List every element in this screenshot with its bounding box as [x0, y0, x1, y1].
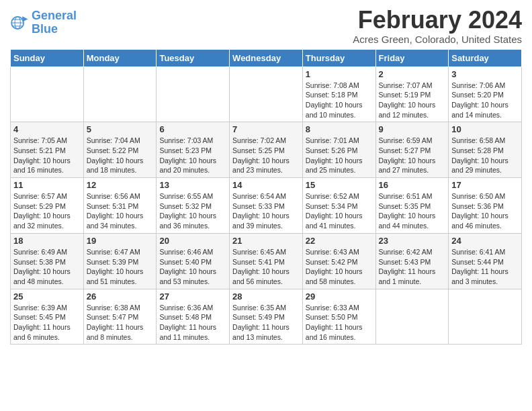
day-number: 7 [232, 124, 300, 134]
day-number: 28 [232, 291, 300, 302]
day-cell: 3Sunrise: 7:06 AMSunset: 5:20 PMDaylight… [449, 66, 522, 122]
day-info: Sunrise: 6:47 AMSunset: 5:39 PMDaylight:… [87, 247, 154, 287]
day-number: 23 [379, 236, 446, 246]
day-info: Sunrise: 6:50 AMSunset: 5:36 PMDaylight:… [451, 191, 519, 231]
day-info: Sunrise: 6:38 AMSunset: 5:47 PMDaylight:… [87, 303, 154, 342]
day-cell: 6Sunrise: 7:03 AMSunset: 5:23 PMDaylight… [157, 122, 230, 178]
day-number: 17 [451, 180, 519, 190]
day-info: Sunrise: 6:59 AMSunset: 5:27 PMDaylight:… [379, 136, 446, 175]
logo: General Blue [10, 9, 77, 36]
day-info: Sunrise: 7:06 AMSunset: 5:20 PMDaylight:… [451, 81, 519, 120]
month-title: February 2024 [353, 7, 522, 34]
day-cell: 15Sunrise: 6:52 AMSunset: 5:34 PMDayligh… [302, 178, 375, 234]
day-info: Sunrise: 7:02 AMSunset: 5:25 PMDaylight:… [232, 136, 300, 175]
weekday-header-saturday: Saturday [449, 49, 522, 66]
day-cell: 27Sunrise: 6:36 AMSunset: 5:48 PMDayligh… [157, 289, 230, 345]
day-cell: 17Sunrise: 6:50 AMSunset: 5:36 PMDayligh… [449, 178, 522, 234]
day-number: 22 [306, 236, 373, 246]
logo-blue: Blue [32, 22, 58, 36]
day-cell [11, 66, 84, 122]
weekday-header-monday: Monday [83, 49, 157, 66]
day-number: 13 [159, 180, 226, 190]
day-number: 15 [306, 180, 373, 190]
day-cell: 24Sunrise: 6:41 AMSunset: 5:44 PMDayligh… [449, 233, 522, 289]
day-info: Sunrise: 7:05 AMSunset: 5:21 PMDaylight:… [13, 136, 81, 175]
day-info: Sunrise: 6:45 AMSunset: 5:41 PMDaylight:… [232, 247, 300, 287]
weekday-header-sunday: Sunday [11, 49, 84, 66]
day-number: 21 [232, 236, 300, 246]
day-info: Sunrise: 6:57 AMSunset: 5:29 PMDaylight:… [13, 191, 81, 231]
week-row-5: 25Sunrise: 6:39 AMSunset: 5:45 PMDayligh… [11, 289, 522, 345]
week-row-2: 4Sunrise: 7:05 AMSunset: 5:21 PMDaylight… [11, 122, 522, 178]
day-cell [157, 66, 230, 122]
day-number: 1 [306, 69, 373, 79]
day-info: Sunrise: 6:33 AMSunset: 5:50 PMDaylight:… [306, 303, 373, 342]
title-block: February 2024 Acres Green, Colorado, Uni… [353, 7, 522, 45]
day-info: Sunrise: 6:39 AMSunset: 5:45 PMDaylight:… [13, 303, 81, 342]
day-info: Sunrise: 6:42 AMSunset: 5:43 PMDaylight:… [379, 247, 446, 287]
day-number: 25 [13, 291, 81, 302]
day-cell: 11Sunrise: 6:57 AMSunset: 5:29 PMDayligh… [11, 178, 84, 234]
day-number: 18 [13, 236, 81, 246]
day-cell: 21Sunrise: 6:45 AMSunset: 5:41 PMDayligh… [230, 233, 303, 289]
day-cell: 18Sunrise: 6:49 AMSunset: 5:38 PMDayligh… [11, 233, 84, 289]
day-info: Sunrise: 6:41 AMSunset: 5:44 PMDaylight:… [451, 247, 519, 287]
day-cell: 22Sunrise: 6:43 AMSunset: 5:42 PMDayligh… [302, 233, 375, 289]
day-number: 29 [306, 291, 373, 302]
day-cell: 13Sunrise: 6:55 AMSunset: 5:32 PMDayligh… [157, 178, 230, 234]
day-number: 19 [87, 236, 154, 246]
day-info: Sunrise: 6:56 AMSunset: 5:31 PMDaylight:… [87, 191, 154, 231]
day-cell: 1Sunrise: 7:08 AMSunset: 5:18 PMDaylight… [302, 66, 375, 122]
day-cell: 29Sunrise: 6:33 AMSunset: 5:50 PMDayligh… [302, 289, 375, 345]
day-info: Sunrise: 7:03 AMSunset: 5:23 PMDaylight:… [159, 136, 226, 175]
day-info: Sunrise: 6:35 AMSunset: 5:49 PMDaylight:… [232, 303, 300, 342]
day-number: 11 [13, 180, 81, 190]
day-info: Sunrise: 7:07 AMSunset: 5:19 PMDaylight:… [379, 81, 446, 120]
day-number: 3 [451, 69, 519, 79]
day-number: 24 [451, 236, 519, 246]
logo-icon [10, 13, 29, 32]
day-info: Sunrise: 6:43 AMSunset: 5:42 PMDaylight:… [306, 247, 373, 287]
weekday-header-wednesday: Wednesday [230, 49, 303, 66]
logo-text: General Blue [32, 9, 77, 36]
day-number: 2 [379, 69, 446, 79]
week-row-4: 18Sunrise: 6:49 AMSunset: 5:38 PMDayligh… [11, 233, 522, 289]
weekday-header-tuesday: Tuesday [157, 49, 230, 66]
day-number: 4 [13, 124, 81, 134]
day-number: 27 [159, 291, 226, 302]
day-cell: 10Sunrise: 6:58 AMSunset: 5:28 PMDayligh… [449, 122, 522, 178]
day-cell [375, 289, 449, 345]
day-cell: 14Sunrise: 6:54 AMSunset: 5:33 PMDayligh… [230, 178, 303, 234]
day-cell: 16Sunrise: 6:51 AMSunset: 5:35 PMDayligh… [375, 178, 449, 234]
day-cell: 5Sunrise: 7:04 AMSunset: 5:22 PMDaylight… [83, 122, 157, 178]
weekday-header-row: SundayMondayTuesdayWednesdayThursdayFrid… [11, 49, 522, 66]
day-cell: 8Sunrise: 7:01 AMSunset: 5:26 PMDaylight… [302, 122, 375, 178]
day-info: Sunrise: 6:51 AMSunset: 5:35 PMDaylight:… [379, 191, 446, 231]
day-cell: 2Sunrise: 7:07 AMSunset: 5:19 PMDaylight… [375, 66, 449, 122]
day-info: Sunrise: 6:46 AMSunset: 5:40 PMDaylight:… [159, 247, 226, 287]
day-number: 6 [159, 124, 226, 134]
day-number: 20 [159, 236, 226, 246]
day-number: 5 [87, 124, 154, 134]
day-info: Sunrise: 6:54 AMSunset: 5:33 PMDaylight:… [232, 191, 300, 231]
day-number: 14 [232, 180, 300, 190]
day-cell: 28Sunrise: 6:35 AMSunset: 5:49 PMDayligh… [230, 289, 303, 345]
week-row-3: 11Sunrise: 6:57 AMSunset: 5:29 PMDayligh… [11, 178, 522, 234]
day-cell [83, 66, 157, 122]
day-number: 10 [451, 124, 519, 134]
calendar-table: SundayMondayTuesdayWednesdayThursdayFrid… [10, 49, 522, 345]
day-info: Sunrise: 6:55 AMSunset: 5:32 PMDaylight:… [159, 191, 226, 231]
day-cell: 7Sunrise: 7:02 AMSunset: 5:25 PMDaylight… [230, 122, 303, 178]
weekday-header-friday: Friday [375, 49, 449, 66]
location: Acres Green, Colorado, United States [353, 34, 522, 45]
svg-marker-5 [22, 16, 28, 21]
day-cell: 9Sunrise: 6:59 AMSunset: 5:27 PMDaylight… [375, 122, 449, 178]
day-cell: 4Sunrise: 7:05 AMSunset: 5:21 PMDaylight… [11, 122, 84, 178]
day-cell [230, 66, 303, 122]
day-cell: 25Sunrise: 6:39 AMSunset: 5:45 PMDayligh… [11, 289, 84, 345]
day-info: Sunrise: 6:58 AMSunset: 5:28 PMDaylight:… [451, 136, 519, 175]
day-info: Sunrise: 7:01 AMSunset: 5:26 PMDaylight:… [306, 136, 373, 175]
day-cell: 12Sunrise: 6:56 AMSunset: 5:31 PMDayligh… [83, 178, 157, 234]
day-number: 12 [87, 180, 154, 190]
day-info: Sunrise: 6:49 AMSunset: 5:38 PMDaylight:… [13, 247, 81, 287]
